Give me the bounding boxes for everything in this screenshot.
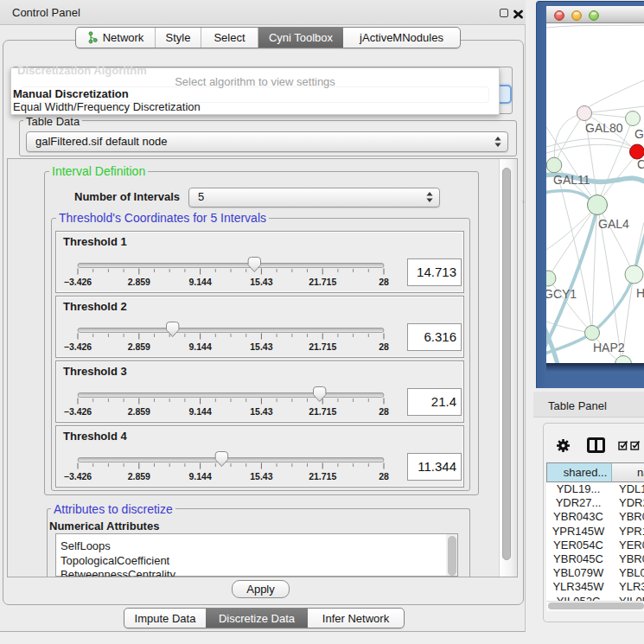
svg-text:28: 28	[379, 406, 389, 417]
svg-text:GCY1: GCY1	[546, 287, 577, 301]
svg-text:15.43: 15.43	[250, 277, 272, 287]
svg-text:28: 28	[379, 341, 389, 352]
svg-text:2.859: 2.859	[128, 471, 150, 481]
svg-text:21.715: 21.715	[309, 471, 336, 481]
svg-text:GA: GA	[634, 127, 644, 141]
svg-text:2.859: 2.859	[128, 341, 150, 352]
svg-text:C: C	[637, 157, 644, 171]
svg-text:28: 28	[379, 277, 389, 287]
svg-text:15.43: 15.43	[250, 341, 272, 352]
svg-text:HAP2: HAP2	[593, 341, 625, 354]
svg-text:9.144: 9.144	[188, 471, 211, 481]
svg-text:−3.426: −3.426	[64, 341, 92, 352]
svg-text:21.715: 21.715	[309, 277, 336, 287]
svg-text:2.859: 2.859	[128, 406, 150, 417]
svg-text:GAL80: GAL80	[585, 121, 623, 135]
svg-text:28: 28	[379, 471, 389, 481]
svg-text:21.715: 21.715	[309, 406, 336, 417]
svg-text:2.859: 2.859	[128, 277, 150, 287]
svg-text:15.43: 15.43	[250, 406, 272, 417]
svg-text:H: H	[636, 286, 644, 300]
svg-text:21.715: 21.715	[309, 341, 336, 352]
svg-text:GAL4: GAL4	[598, 217, 629, 231]
svg-text:GAL11: GAL11	[553, 173, 590, 187]
svg-text:−3.426: −3.426	[64, 406, 92, 417]
svg-text:9.144: 9.144	[188, 406, 211, 417]
svg-text:9.144: 9.144	[188, 341, 211, 352]
svg-text:−3.426: −3.426	[64, 471, 92, 481]
svg-text:9.144: 9.144	[188, 277, 211, 287]
svg-text:−3.426: −3.426	[64, 277, 92, 287]
svg-text:15.43: 15.43	[250, 471, 272, 481]
